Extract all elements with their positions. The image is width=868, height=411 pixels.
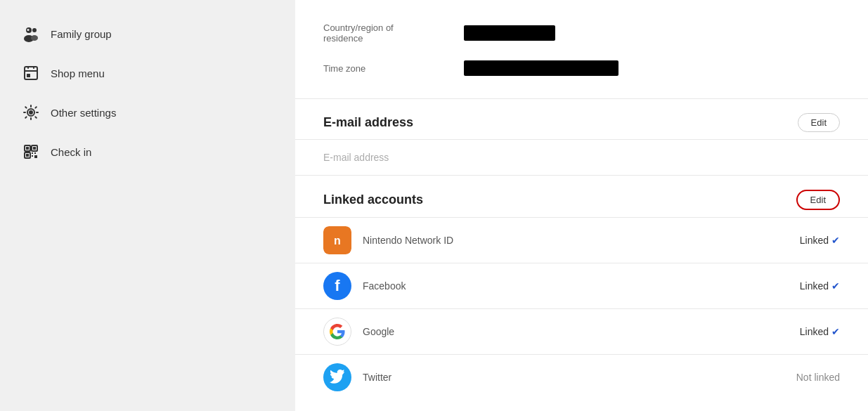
svg-point-1 — [32, 28, 37, 32]
family-icon — [21, 24, 41, 44]
svg-rect-8 — [27, 74, 30, 77]
sidebar-item-label: Family group — [51, 28, 112, 40]
email-field-row: E-mail address — [295, 140, 868, 176]
shop-icon — [21, 63, 41, 83]
linked-section-header: Linked accounts Edit — [295, 176, 868, 217]
nintendo-status: Linked ✔ — [800, 235, 840, 246]
twitter-icon — [323, 363, 351, 391]
sidebar: Family group Shop menu Other settings — [0, 0, 295, 411]
twitter-name: Twitter — [363, 372, 796, 383]
linked-edit-button[interactable]: Edit — [796, 190, 840, 210]
email-placeholder: E-mail address — [323, 152, 389, 163]
svg-rect-18 — [34, 152, 36, 154]
nintendo-icon: n — [323, 226, 351, 254]
google-name: Google — [363, 326, 800, 337]
country-section: Country/region ofresidence Time zone — [295, 0, 868, 99]
svg-rect-17 — [32, 152, 33, 154]
email-section-title: E-mail address — [323, 115, 413, 130]
facebook-status: Linked ✔ — [800, 280, 840, 292]
timezone-value — [464, 60, 840, 76]
qr-icon — [21, 142, 41, 162]
svg-rect-16 — [26, 154, 29, 157]
linked-account-google: Google Linked ✔ — [295, 308, 868, 354]
sidebar-item-label: Other settings — [51, 107, 116, 119]
email-section-header: E-mail address Edit — [295, 99, 868, 140]
twitter-status: Not linked — [796, 372, 840, 383]
svg-rect-14 — [33, 147, 36, 150]
timezone-redacted — [464, 60, 618, 76]
nintendo-name: Nintendo Network ID — [363, 235, 800, 246]
svg-rect-5 — [25, 67, 37, 79]
sidebar-item-label: Shop menu — [51, 67, 105, 79]
svg-text:n: n — [334, 235, 341, 247]
email-edit-button[interactable]: Edit — [798, 113, 840, 132]
main-content: Country/region ofresidence Time zone E-m… — [295, 0, 868, 411]
sidebar-item-family-group[interactable]: Family group — [0, 14, 295, 53]
timezone-label: Time zone — [323, 63, 464, 74]
sidebar-item-label: Check in — [51, 146, 91, 158]
svg-rect-20 — [34, 155, 37, 158]
sidebar-item-check-in[interactable]: Check in — [0, 132, 295, 171]
sidebar-item-other-settings[interactable]: Other settings — [0, 93, 295, 132]
country-redacted — [464, 25, 555, 41]
country-label: Country/region ofresidence — [323, 22, 464, 44]
country-field-row: Country/region ofresidence — [323, 14, 840, 52]
svg-rect-6 — [27, 66, 29, 69]
svg-point-3 — [31, 35, 38, 41]
country-value — [464, 25, 840, 41]
linked-account-facebook: f Facebook Linked ✔ — [295, 263, 868, 308]
svg-rect-19 — [32, 155, 33, 157]
sidebar-item-shop-menu[interactable]: Shop menu — [0, 53, 295, 93]
linked-section-title: Linked accounts — [323, 193, 423, 207]
svg-rect-7 — [33, 66, 34, 69]
facebook-icon: f — [323, 272, 351, 300]
google-icon — [323, 318, 351, 346]
nintendo-check-icon: ✔ — [831, 235, 840, 246]
linked-account-twitter: Twitter Not linked — [295, 354, 868, 400]
facebook-name: Facebook — [363, 280, 800, 292]
svg-rect-12 — [26, 147, 29, 150]
timezone-field-row: Time zone — [323, 52, 840, 84]
google-check-icon: ✔ — [831, 326, 840, 337]
google-status: Linked ✔ — [800, 326, 840, 337]
svg-point-4 — [27, 29, 30, 31]
facebook-check-icon: ✔ — [831, 280, 840, 292]
svg-point-9 — [29, 110, 33, 115]
linked-account-nintendo: n Nintendo Network ID Linked ✔ — [295, 217, 868, 263]
gear-icon — [21, 103, 41, 122]
